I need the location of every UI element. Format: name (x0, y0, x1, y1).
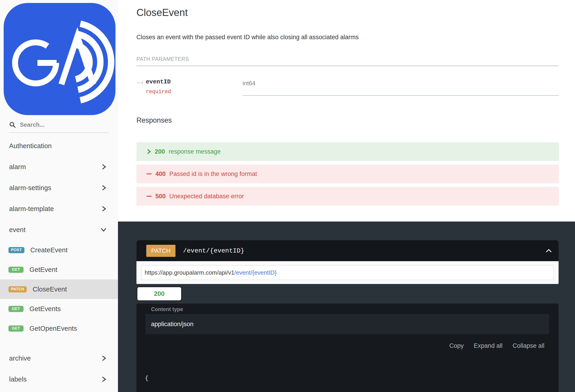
response-code: 200 (155, 148, 165, 155)
param-type: int64 (242, 80, 255, 87)
json-brace-open: { (145, 373, 316, 384)
method-badge-get: GET (8, 326, 24, 332)
sidebar-item-label: alarm (9, 163, 26, 171)
page-title: CloseEvent (136, 7, 188, 18)
sidebar-item-label: GetEvents (29, 305, 61, 313)
request-sample-card: PATCH /event/{eventID} https://app.group… (136, 240, 559, 284)
sidebar-item-label: labels (9, 376, 27, 383)
request-console: PATCH /event/{eventID} https://app.group… (118, 221, 575, 392)
main-content: CloseEvent Closes an event with the pass… (118, 0, 575, 221)
sidebar-group-labels[interactable]: labels (0, 369, 118, 390)
sidebar-op-closeevent[interactable]: PATCH CloseEvent (0, 279, 118, 299)
sidebar-item-label: CloseEvent (33, 285, 67, 293)
sidebar-group-alarm[interactable]: alarm (0, 156, 118, 177)
request-header[interactable]: PATCH /event/{eventID} (136, 240, 559, 261)
sidebar-group-alarm-template[interactable]: alarm-template (0, 198, 118, 219)
response-message: Unexpected database error (169, 193, 244, 200)
section-divider (136, 66, 559, 66)
chevron-right-icon (101, 376, 107, 383)
search-bar[interactable] (9, 121, 109, 133)
groupalarm-logo (4, 3, 116, 115)
page: Authentication alarm alarm-settings alar… (0, 0, 575, 392)
sidebar-nav: Authentication alarm alarm-settings alar… (0, 135, 118, 390)
method-badge-get: GET (8, 306, 24, 312)
response-code: 500 (155, 193, 166, 200)
sidebar-group-event[interactable]: event (0, 219, 118, 240)
request-url-section: https://app.groupalarm.com/api/v1/event/… (136, 261, 559, 284)
chevron-down-icon (100, 227, 107, 233)
search-icon (9, 121, 16, 128)
sidebar-op-getevent[interactable]: GET GetEvent (0, 260, 118, 279)
request-url-bar[interactable]: https://app.groupalarm.com/api/v1/event/… (141, 265, 554, 280)
dash-icon (146, 196, 152, 197)
response-message: Passed id is in the wrong format (169, 171, 257, 177)
response-code: 400 (155, 171, 166, 177)
groupalarm-logo-icon (4, 3, 116, 115)
param-tree-connector-icon (136, 80, 145, 85)
sidebar-item-label: alarm-settings (9, 184, 51, 192)
url-base: https://app.groupalarm.com/api/v1 (145, 269, 234, 276)
sidebar-group-archive[interactable]: archive (0, 348, 118, 369)
content-type-label: Content type (151, 306, 183, 312)
chevron-right-icon (146, 149, 151, 154)
response-row-500: 500 Unexpected database error (136, 187, 559, 206)
request-path: /event/{eventID} (183, 247, 244, 254)
sidebar-group-alarm-settings[interactable]: alarm-settings (0, 177, 118, 198)
response-row-400: 400 Passed id is in the wrong format (136, 165, 559, 183)
sidebar-item-label: GetOpenEvents (29, 325, 77, 332)
sidebar-item-label: CreateEvent (30, 246, 68, 254)
sidebar: Authentication alarm alarm-settings alar… (0, 0, 118, 392)
responses-heading: Responses (136, 116, 172, 124)
expand-all-button[interactable]: Expand all (474, 342, 503, 349)
sidebar-item-label: event (9, 226, 25, 234)
param-required-label: required (146, 89, 171, 95)
chevron-up-icon (545, 248, 552, 253)
sidebar-item-label: Authentication (9, 142, 52, 150)
method-badge-get: GET (8, 267, 24, 273)
response-message: response message (169, 148, 221, 155)
method-badge-patch: PATCH (8, 286, 27, 292)
chevron-right-icon (101, 184, 107, 191)
copy-button[interactable]: Copy (449, 342, 464, 349)
param-name: eventID (146, 78, 171, 85)
page-description: Closes an event with the passed event ID… (136, 34, 359, 41)
section-label-path-parameters: PATH PARAMETERS (136, 56, 189, 62)
method-badge-patch: PATCH (146, 245, 175, 257)
response-tab-200[interactable]: 200 (137, 286, 182, 301)
collapse-all-button[interactable]: Collapse all (512, 342, 544, 349)
sidebar-op-getevents[interactable]: GET GetEvents (0, 299, 118, 319)
dash-icon (146, 174, 152, 174)
method-badge-post: POST (8, 247, 24, 253)
param-field-line (242, 95, 559, 96)
search-input[interactable] (20, 121, 109, 128)
chevron-right-icon (101, 163, 107, 170)
response-row-200[interactable]: 200 response message (136, 142, 559, 161)
sidebar-op-getopenevents[interactable]: GET GetOpenEvents (0, 319, 118, 338)
chevron-right-icon (101, 355, 107, 362)
response-samples-panel: Content type application/json Copy Expan… (136, 304, 559, 392)
content-type-select[interactable]: application/json (145, 314, 549, 334)
sample-actions: Copy Expand all Collapse all (449, 342, 544, 349)
url-path: /event/{eventID} (234, 269, 277, 276)
sidebar-item-label: alarm-template (9, 205, 54, 213)
sidebar-item-label: GetEvent (29, 266, 57, 274)
sidebar-op-createevent[interactable]: POST CreateEvent (0, 240, 118, 260)
chevron-right-icon (101, 205, 107, 212)
sidebar-item-authentication[interactable]: Authentication (0, 135, 118, 156)
sidebar-item-label: archive (9, 355, 31, 362)
json-sample: { "message": "event 1 was successfully c… (145, 351, 316, 392)
